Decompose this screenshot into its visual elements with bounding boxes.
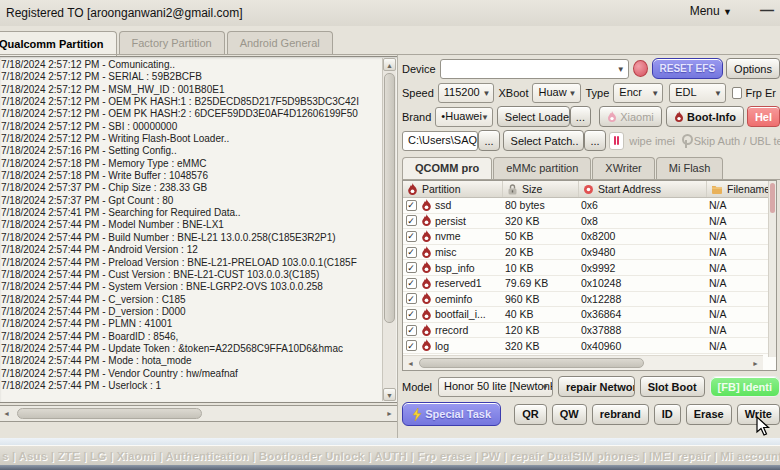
skip-auth-checkbox-label[interactable]: Skip Auth / UBL te: [694, 135, 780, 147]
row-checkbox[interactable]: ✓: [406, 325, 417, 336]
firmware-path-field[interactable]: C:\Users\SAQIB: [402, 131, 478, 151]
column-filename[interactable]: Filename: [707, 181, 776, 197]
brand-dropdown[interactable]: •Huawei▼: [435, 107, 492, 127]
patch-browse-button[interactable]: ...: [584, 130, 605, 151]
options-button[interactable]: Options: [726, 58, 780, 79]
cell-partition-name: misc: [433, 246, 503, 258]
cell-filename: N/A: [707, 308, 776, 320]
table-row[interactable]: ✓ bootfail_i... 40 KB 0x36864 N/A: [403, 307, 776, 323]
table-horizontal-scrollbar[interactable]: ◄ ►: [403, 355, 763, 370]
lock-icon: [507, 184, 518, 195]
qr-button[interactable]: QR: [514, 404, 547, 425]
table-row[interactable]: ✓ misc 20 KB 0x9480 N/A: [403, 245, 776, 261]
flame-icon: [419, 277, 433, 290]
row-checkbox[interactable]: ✓: [406, 340, 417, 351]
frp-erase-checkbox[interactable]: [732, 87, 743, 99]
help-button[interactable]: Hel: [747, 106, 780, 127]
flame-icon: [419, 324, 433, 337]
log-output[interactable]: 7/18/2024 2:57:12 PM - Comunicating.. 7/…: [1, 59, 381, 400]
tab-factory-partition[interactable]: Factory Partition: [119, 31, 225, 55]
cell-partition-name: rrecord: [433, 324, 503, 336]
table-body: ✓ ssd 80 bytes 0x6 N/A ✓ persist 320 KB …: [403, 198, 776, 354]
row-checkbox[interactable]: ✓: [406, 293, 417, 304]
fb-identify-button[interactable]: [FB] Identi: [710, 376, 780, 397]
minimize-button[interactable]: —: [760, 2, 774, 18]
table-row[interactable]: ✓ bsp_info 10 KB 0x9992 N/A: [403, 260, 776, 276]
xiaomi-flame-icon: [607, 111, 617, 123]
table-row[interactable]: ✓ ssd 80 bytes 0x6 N/A: [403, 198, 776, 214]
xiaomi-button[interactable]: Xiaomi: [599, 106, 662, 127]
row-checkbox[interactable]: ✓: [406, 247, 417, 258]
cell-partition-name: bsp_info: [433, 262, 503, 274]
port-mode-dropdown[interactable]: EDL▼: [669, 83, 726, 103]
table-row[interactable]: ✓ persist 320 KB 0x8 N/A: [403, 214, 776, 230]
cell-filename: N/A: [707, 324, 776, 336]
tab-emmc-partition[interactable]: eMMc partition: [493, 157, 591, 179]
row-checkbox[interactable]: ✓: [406, 309, 417, 320]
scroll-down-arrow-icon[interactable]: ▼: [383, 388, 396, 401]
table-row[interactable]: ✓ rrecord 120 KB 0x37888 N/A: [403, 323, 776, 339]
table-vscroll-thumb[interactable]: [770, 183, 775, 213]
tab-mi-flash[interactable]: Mi Flash: [656, 157, 724, 179]
qw-button[interactable]: QW: [552, 404, 587, 425]
row-checkbox[interactable]: ✓: [406, 278, 417, 289]
scroll-up-arrow-icon[interactable]: ▲: [383, 58, 396, 71]
flame-icon: [419, 199, 433, 212]
type-dropdown[interactable]: Encr▼: [613, 83, 663, 103]
table-row[interactable]: ✓ reserved1 79.69 KB 0x10248 N/A: [403, 276, 776, 292]
id-button[interactable]: ID: [654, 404, 681, 425]
menu-button[interactable]: Menu ▼: [690, 4, 732, 18]
warning-icon[interactable]: [609, 132, 625, 150]
log-vertical-scrollbar[interactable]: ▲ ▼: [382, 58, 396, 401]
log-vscroll-thumb[interactable]: [384, 73, 395, 323]
refresh-ports-button[interactable]: [633, 60, 648, 77]
column-size[interactable]: Size: [503, 181, 579, 197]
scroll-right-arrow-icon[interactable]: ►: [749, 357, 762, 370]
wipe-imei-button[interactable]: wipe imei: [629, 135, 675, 147]
row-checkbox[interactable]: ✓: [406, 200, 417, 211]
special-task-button[interactable]: Special Task: [402, 402, 501, 426]
speed-dropdown[interactable]: 115200▼: [438, 83, 495, 103]
scroll-left-arrow-icon[interactable]: ◄: [404, 357, 417, 370]
cell-start-address: 0x12288: [579, 293, 707, 305]
cell-start-address: 0x8200: [579, 230, 707, 242]
cell-size: 10 KB: [503, 262, 579, 274]
cell-size: 79.69 KB: [503, 277, 579, 289]
table-vertical-scrollbar[interactable]: [768, 181, 776, 357]
select-patch-button[interactable]: Select Patch..: [503, 130, 585, 151]
tab-qualcomm-partition[interactable]: Qualcomm Partition: [0, 31, 117, 56]
cell-filename: N/A: [707, 293, 776, 305]
tab-android-general[interactable]: Android General: [227, 31, 333, 55]
select-loader-button[interactable]: Select Loader: [497, 106, 570, 127]
column-start-address[interactable]: Start Address: [579, 181, 707, 197]
cell-start-address: 0x37888: [579, 324, 707, 336]
table-row[interactable]: ✓ log 320 KB 0x40960 N/A: [403, 338, 776, 354]
erase-button[interactable]: Erase: [686, 404, 732, 425]
slot-boot-button[interactable]: Slot Boot: [640, 376, 705, 397]
path-browse-button[interactable]: ...: [478, 130, 499, 151]
mouse-cursor: [756, 416, 772, 438]
device-dropdown[interactable]: ▼: [440, 59, 629, 79]
row-checkbox[interactable]: ✓: [406, 231, 417, 242]
model-dropdown[interactable]: Honor 50 lite [NewtonH]▼: [438, 377, 553, 397]
row-checkbox[interactable]: ✓: [406, 215, 417, 226]
tab-qcomm-pro[interactable]: QCOMM pro: [402, 157, 492, 179]
loader-browse-button[interactable]: ...: [570, 106, 591, 127]
cell-filename: N/A: [707, 246, 776, 258]
scroll-left-arrow-icon[interactable]: ◄: [0, 407, 13, 420]
rebrand-button[interactable]: rebrand: [592, 404, 649, 425]
xboot-dropdown[interactable]: Huaw▼: [532, 83, 580, 103]
log-horizontal-scrollbar[interactable]: ◄ ►: [0, 405, 398, 422]
cell-size: 320 KB: [503, 340, 579, 352]
row-checkbox[interactable]: ✓: [406, 262, 417, 273]
table-row[interactable]: ✓ nvme 50 KB 0x8200 N/A: [403, 229, 776, 245]
scroll-right-arrow-icon[interactable]: ►: [383, 407, 396, 420]
log-hscroll-thumb[interactable]: [17, 408, 202, 419]
reset-efs-button[interactable]: RESET EFS: [652, 58, 724, 79]
repair-network-button[interactable]: repair Network!: [558, 376, 635, 397]
column-partition[interactable]: Partition: [403, 181, 503, 197]
table-hscroll-thumb[interactable]: [419, 358, 644, 368]
table-row[interactable]: ✓ oeminfo 960 KB 0x12288 N/A: [403, 292, 776, 308]
boot-info-button[interactable]: Boot-Info: [666, 106, 744, 127]
tab-xwriter[interactable]: XWriter: [592, 157, 654, 179]
